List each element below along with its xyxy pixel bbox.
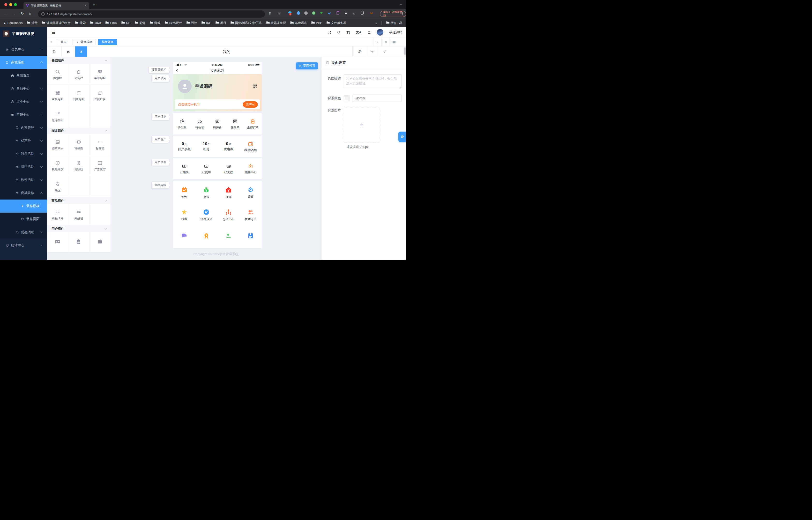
palette-item-popup-ad[interactable]: 弹窗广告: [89, 85, 110, 106]
sidebar-item-content-manage[interactable]: 内容管理: [0, 121, 47, 134]
bookmark-folder[interactable]: DB: [122, 21, 130, 25]
view-tab-template-decorate[interactable]: 模板装修: [98, 39, 117, 45]
preview-eye-button[interactable]: [366, 47, 379, 57]
user-order-component[interactable]: 待付款 待收货 待评价 售后单 全部订单: [173, 113, 262, 134]
sidebar-toggle-icon[interactable]: ☰: [52, 30, 55, 35]
app-logo[interactable]: 芋道管理系统: [0, 27, 47, 39]
window-minimize-button[interactable]: [9, 3, 12, 6]
asset-coupons[interactable]: 0张优惠券: [217, 136, 240, 157]
order-item-shipping[interactable]: 待收货: [191, 113, 209, 134]
bookmark-folder[interactable]: 运营: [27, 21, 37, 25]
asset-wallet[interactable]: 我的钱包: [240, 136, 262, 157]
grid-item-withdraw[interactable]: 提现: [217, 181, 240, 203]
view-tab-decorate-template[interactable]: 装修模板: [73, 39, 96, 45]
bind-phone-banner[interactable]: 点击绑定手机号 去绑定: [175, 99, 260, 109]
bg-color-input[interactable]: [352, 95, 402, 102]
component-tag-grid-nav[interactable]: 宫格导航: [152, 182, 169, 188]
sidebar-item-mall-decorate[interactable]: 商城装修: [0, 186, 47, 200]
extension-icon-1[interactable]: 6: [288, 11, 292, 15]
page-home-button[interactable]: [61, 47, 75, 57]
sidebar-item-decorate-template[interactable]: 装修模板: [0, 200, 47, 213]
browser-tab[interactable]: 芋道管理系统 - 模板装修 ✕: [23, 2, 89, 9]
fullscreen-icon[interactable]: [327, 30, 331, 34]
palette-item-grid-nav[interactable]: 宫格导航: [47, 85, 68, 106]
palette-item-hotzone[interactable]: 热区: [47, 176, 68, 197]
view-tab-home[interactable]: 首页: [57, 39, 70, 45]
asset-balance[interactable]: 0元账户余额: [173, 136, 195, 157]
bookmark-folder[interactable]: Linux: [105, 21, 117, 25]
bookmark-folder[interactable]: IDE: [202, 21, 211, 25]
grid-item-distribution-center[interactable]: 分销中心: [217, 203, 240, 226]
palette-section-user[interactable]: 用户组件: [47, 225, 110, 232]
sidebar-item-order-center[interactable]: 订单中心: [0, 95, 47, 108]
sidebar-item-groupon[interactable]: 拼团活动: [0, 160, 47, 174]
grid-item-card[interactable]: [240, 226, 262, 248]
grid-item-groupon-order[interactable]: 拼团订单: [240, 203, 262, 226]
palette-item-goods-bar[interactable]: 商品栏: [68, 204, 89, 225]
coupon-expired[interactable]: 已失效: [217, 158, 240, 179]
coupon-used[interactable]: 已使用: [195, 158, 218, 179]
font-size-icon[interactable]: Tt: [347, 30, 350, 34]
browser-home-button[interactable]: ⌂: [29, 11, 31, 16]
palette-section-basic[interactable]: 基础组件: [47, 57, 110, 64]
palette-section-goods[interactable]: 商品组件: [47, 197, 110, 204]
bookmark-star-icon[interactable]: ☆: [277, 11, 280, 16]
tabs-layout-grid-icon[interactable]: [390, 37, 398, 46]
share-icon[interactable]: ⇧: [268, 11, 272, 16]
palette-item-goods-card[interactable]: 商品卡片: [47, 204, 68, 225]
palette-item-title-bar[interactable]: 标题栏: [89, 134, 110, 155]
settings-gear-tab[interactable]: ⚙: [398, 132, 406, 142]
bookmarks-root[interactable]: ★Bookmarks: [3, 21, 23, 25]
scrollbar-thumb[interactable]: [404, 47, 405, 55]
extension-icon-4[interactable]: [312, 11, 315, 15]
component-tag-user-order[interactable]: 用户订单: [152, 113, 169, 120]
palette-item-carousel[interactable]: 轮播图: [68, 134, 89, 155]
user-coupon-component[interactable]: 已领取 已使用 已失效 领券中心: [173, 158, 262, 179]
sidebar-item-seckill[interactable]: 秒杀活动: [0, 147, 47, 160]
palette-item-search-box[interactable]: 搜索框: [47, 64, 68, 85]
sidebar-item-member-center[interactable]: 会员中心: [0, 43, 47, 56]
bookmark-folder[interactable]: 设计: [186, 21, 197, 25]
extension-icon-9[interactable]: [361, 11, 364, 15]
order-item-review[interactable]: 待评价: [209, 113, 226, 134]
grid-item-member-star[interactable]: [217, 226, 240, 248]
extension-icon-2[interactable]: [297, 11, 300, 15]
bookmark-folder[interactable]: 游戏: [150, 21, 160, 25]
component-tag-top-nav[interactable]: 顶部导航栏: [149, 67, 169, 73]
bookmark-folder[interactable]: 文件服务器: [326, 21, 346, 25]
palette-item-image-display[interactable]: 图片展示: [47, 134, 68, 155]
order-item-unpaid[interactable]: 待付款: [173, 113, 191, 134]
tabs-expand-icon[interactable]: »: [373, 37, 382, 46]
window-zoom-button[interactable]: [14, 3, 17, 6]
sidebar-item-promo-activity[interactable]: 优惠活动: [0, 226, 47, 239]
bookmark-folder[interactable]: 搜索: [75, 21, 86, 25]
sidebar-item-coupon[interactable]: 优惠券: [0, 134, 47, 147]
page-user-button[interactable]: [75, 47, 87, 57]
bookmarks-overflow-icon[interactable]: »: [375, 21, 377, 25]
palette-item-float-button[interactable]: 悬浮按钮: [47, 106, 68, 127]
grid-item-recharge[interactable]: 充值: [195, 181, 218, 203]
qr-code-icon[interactable]: [253, 84, 257, 89]
bookmark-folder[interactable]: 网站/博客/文章/工具: [231, 21, 262, 25]
browser-reload-button[interactable]: ↻: [21, 11, 24, 16]
palette-item-user-wallet[interactable]: [89, 232, 110, 252]
grid-item-medal[interactable]: [195, 226, 218, 248]
phone-nav-bar[interactable]: 页面标题: [173, 67, 262, 74]
color-swatch[interactable]: [344, 95, 350, 101]
palette-item-list-nav[interactable]: 列表导航: [68, 85, 89, 106]
grid-nav-component[interactable]: 签到 充值 提现 ⚙设置 ★收藏 浏览足迹 分销中心 拼团订单: [173, 181, 262, 248]
window-close-button[interactable]: [4, 3, 7, 6]
bookmark-folder[interactable]: 软件/硬件: [165, 21, 182, 25]
tab-close-icon[interactable]: ✕: [85, 4, 87, 7]
sidebar-item-statistics-center[interactable]: 统计中心: [0, 239, 47, 252]
address-bar[interactable]: i 127.0.0.1/diy/template/decorate/5: [38, 10, 265, 18]
bookmark-folder[interactable]: 项目: [215, 21, 226, 25]
sidebar-item-mall-system[interactable]: 商城系统: [0, 56, 47, 69]
palette-item-user-order[interactable]: [68, 232, 89, 252]
asset-points[interactable]: 10个积分: [195, 136, 218, 157]
grid-item-settings[interactable]: ⚙设置: [240, 181, 262, 203]
grid-item-checkin[interactable]: 签到: [173, 181, 195, 203]
tabs-refresh-icon[interactable]: ↻: [382, 37, 390, 46]
all-bookmarks[interactable]: 所有书签: [386, 21, 403, 25]
palette-item-menu-nav[interactable]: 菜单导航: [89, 64, 110, 85]
